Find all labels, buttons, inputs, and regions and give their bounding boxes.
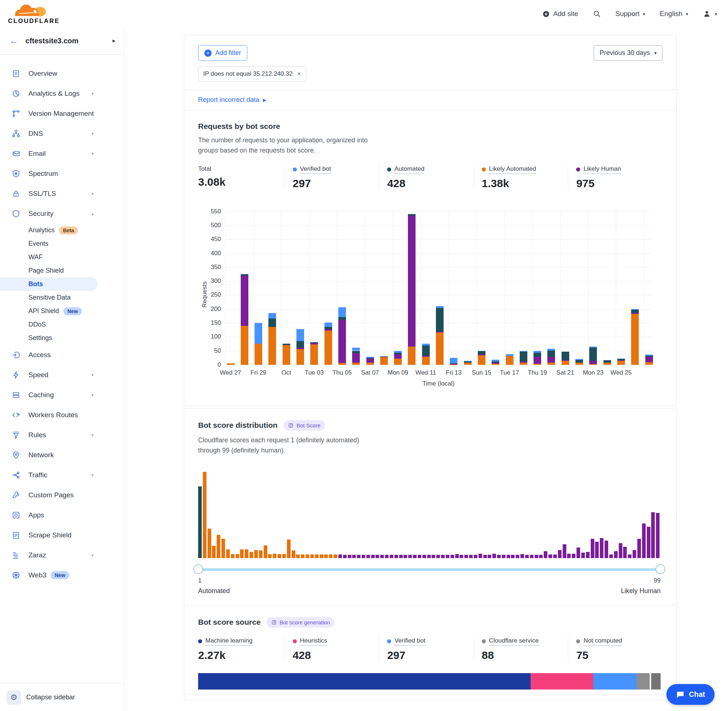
collapse-sidebar-button[interactable]: Collapse sidebar xyxy=(26,693,75,701)
add-filter-button[interactable]: + Add filter xyxy=(198,45,247,61)
sidebar-item-settings[interactable]: Settings xyxy=(0,331,124,345)
sidebar-item-email[interactable]: Email▾ xyxy=(0,143,124,164)
support-menu[interactable]: Support ▾ xyxy=(616,10,645,18)
sidebar-item-sensitive-data[interactable]: Sensitive Data xyxy=(0,291,124,304)
sidebar-item-custom-pages[interactable]: Custom Pages xyxy=(0,485,124,505)
add-site-button[interactable]: Add site xyxy=(542,10,578,18)
gridline xyxy=(226,211,651,212)
bar-segment-automated xyxy=(394,353,402,354)
sidebar-item-dns[interactable]: DNS▾ xyxy=(0,123,124,143)
stat-label[interactable]: Likely Automated xyxy=(489,165,536,174)
x-axis-tick: Fri 29 xyxy=(251,369,266,376)
bar-segment-likely-automated xyxy=(561,361,569,365)
stat-label[interactable]: Heuristics xyxy=(300,637,328,646)
source-stats-row: Machine learning2.27kHeuristics428Verifi… xyxy=(198,637,663,661)
bar-segment-automated xyxy=(380,356,388,357)
sidebar-item-speed[interactable]: Speed▾ xyxy=(0,365,124,385)
sidebar-item-spectrum[interactable]: Spectrum xyxy=(0,164,124,183)
sidebar-item-workers-routes[interactable]: Workers Routes xyxy=(0,405,124,425)
close-icon[interactable]: × xyxy=(297,70,301,78)
section-description: The number of requests to your applicati… xyxy=(198,136,663,156)
web3-icon xyxy=(12,571,21,580)
sidebar-item-apps[interactable]: Apps xyxy=(0,505,124,525)
security-icon xyxy=(12,209,21,218)
sidebar-item-ssl-tls[interactable]: SSL/TLS▾ xyxy=(0,183,124,204)
stat-label[interactable]: Machine learning xyxy=(205,637,253,646)
bar-segment-likely-human xyxy=(547,357,555,363)
sidebar-item-ddos[interactable]: DDoS xyxy=(0,318,124,331)
chevron-down-icon: ▾ xyxy=(92,472,94,478)
sidebar-item-version-management[interactable]: Version Management xyxy=(0,103,124,123)
date-range-dropdown[interactable]: Previous 30 days ▾ xyxy=(594,45,663,61)
slider-handle-max[interactable] xyxy=(656,564,665,574)
zaraz-icon xyxy=(12,551,21,559)
stat-label[interactable]: Not computed xyxy=(583,637,622,646)
bar-segment-automated xyxy=(297,341,304,348)
stat-label[interactable]: Verified bot xyxy=(300,165,331,174)
sidebar-item-zaraz[interactable]: Zaraz▾ xyxy=(0,545,124,565)
gridline xyxy=(560,211,561,365)
bar-segment-automated xyxy=(269,319,276,327)
language-menu[interactable]: English ▾ xyxy=(660,10,688,18)
bar-segment-likely-automated xyxy=(366,363,374,365)
histogram-bar xyxy=(455,554,459,558)
network-icon xyxy=(12,451,21,459)
chevron-down-icon: ▾ xyxy=(686,11,688,17)
stat-total: Total3.08k xyxy=(198,165,284,190)
back-arrow-icon[interactable]: ← xyxy=(9,36,18,46)
sidebar-item-web3[interactable]: Web3New xyxy=(0,565,124,585)
sidebar-item-rules[interactable]: Rules▾ xyxy=(0,425,124,445)
histogram-bar xyxy=(441,555,444,558)
sidebar-item-events[interactable]: Events xyxy=(0,237,124,251)
stat-machine-learning: Machine learning2.27k xyxy=(198,637,284,661)
site-switcher-caret-icon[interactable]: ▸ xyxy=(112,37,115,44)
sidebar-item-security[interactable]: Security▴ xyxy=(0,204,124,224)
bar-segment-likely-automated xyxy=(283,345,290,365)
chevron-down-icon: ▾ xyxy=(92,392,94,398)
sidebar-item-bots[interactable]: Bots xyxy=(0,277,97,291)
stat-label[interactable]: Cloudflare service xyxy=(489,637,539,646)
stat-cloudflare-service: Cloudflare service88 xyxy=(473,637,568,661)
sidebar-item-page-shield[interactable]: Page Shield xyxy=(0,264,124,277)
sidebar-item-analytics[interactable]: AnalyticsBeta xyxy=(0,224,124,237)
automated-label: Automated xyxy=(198,587,230,595)
histogram-bar xyxy=(581,553,585,558)
stat-label[interactable]: Likely Human xyxy=(583,165,621,174)
bot-score-badge[interactable]: Bot Score xyxy=(284,420,325,431)
histogram-bar xyxy=(656,513,660,558)
histogram-bar xyxy=(651,512,655,558)
sidebar-item-traffic[interactable]: Traffic▾ xyxy=(0,465,124,485)
histogram-bar xyxy=(385,555,388,558)
account-menu[interactable]: ▾ xyxy=(703,9,717,18)
report-incorrect-data-link[interactable]: Report incorrect data ▶ xyxy=(184,90,676,110)
bar-segment-automated xyxy=(283,344,290,345)
sidebar-item-scrape-shield[interactable]: Scrape Shield xyxy=(0,525,124,545)
stat-label[interactable]: Verified bot xyxy=(394,637,425,646)
chat-button[interactable]: Chat xyxy=(666,684,715,705)
bot-score-generation-badge[interactable]: Bot score generation xyxy=(267,617,335,628)
sidebar-item-waf[interactable]: WAF xyxy=(0,251,124,264)
settings-gear-button[interactable]: ⚙ xyxy=(7,690,21,705)
slider-track[interactable] xyxy=(198,568,661,571)
slider-handle-min[interactable] xyxy=(193,564,203,574)
sidebar-item-network[interactable]: Network xyxy=(0,445,124,465)
sidebar-item-caching[interactable]: Caching▾ xyxy=(0,385,124,405)
gridline xyxy=(226,254,651,254)
x-axis-tick: Wed 11 xyxy=(415,369,436,376)
gridline xyxy=(532,211,533,365)
histogram-bar xyxy=(520,554,524,558)
histogram-bar xyxy=(329,555,332,558)
sidebar-item-analytics-logs[interactable]: Analytics & Logs▾ xyxy=(0,83,124,103)
sidebar-item-api-shield[interactable]: API ShieldNew xyxy=(0,304,124,318)
sidebar-item-access[interactable]: Access xyxy=(0,345,124,365)
histogram-bar xyxy=(366,555,370,558)
y-axis-tick: 0 xyxy=(201,361,221,369)
stat-label[interactable]: Automated xyxy=(394,165,424,174)
bar-segment-likely-automated xyxy=(492,364,499,365)
search-button[interactable] xyxy=(593,10,601,18)
sidebar-item-label: SSL/TLS xyxy=(28,190,56,198)
sidebar-item-overview[interactable]: Overview xyxy=(0,63,124,83)
cloudflare-logo: CLOUDFLARE xyxy=(8,2,63,25)
bar-segment-verified-bot xyxy=(617,358,625,359)
histogram-bar xyxy=(525,555,529,558)
